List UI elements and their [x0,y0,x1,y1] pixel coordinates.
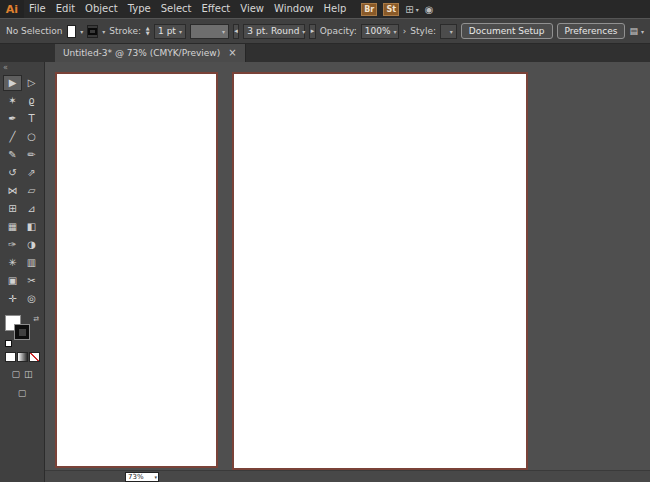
opacity-value: 100% [365,26,391,36]
stock-button[interactable]: St [383,3,399,16]
menu-item-edit[interactable]: Edit [51,0,80,18]
share-icon: ◉ [425,4,434,15]
type-tool[interactable]: T [22,111,41,127]
color-mode-buttons [0,352,44,362]
stroke-weight-dropdown[interactable]: 1 pt ▾ [154,24,186,39]
chevron-down-icon: ▾ [393,28,396,35]
stroke-weight-stepper[interactable]: ▲ ▼ [145,24,150,39]
magic-wand-tool[interactable]: ✶ [3,93,22,109]
blend-tool[interactable]: ◑ [22,237,41,253]
rotate-tool[interactable]: ↺ [3,165,22,181]
menu-item-window[interactable]: Window [269,0,318,18]
share-button[interactable]: ◉ [425,4,434,15]
preferences-button[interactable]: Preferences [557,23,626,39]
menu-item-help[interactable]: Help [318,0,351,18]
chevron-down-icon: ▾ [179,28,182,35]
variable-width-dropdown[interactable]: ▾ [190,24,229,39]
menu-item-select[interactable]: Select [156,0,197,18]
chevron-down-icon: ▾ [222,28,225,35]
selection-tool[interactable]: ▶ [3,75,22,91]
mesh-tool[interactable]: ▦ [3,219,22,235]
step-down-icon[interactable]: ▼ [146,31,150,36]
chevron-down-icon: ▾ [416,6,419,13]
bridge-button[interactable]: Br [361,3,377,16]
document-title: Untitled-3* @ 73% (CMYK/Preview) [63,48,220,58]
free-transform-tool[interactable]: ▱ [22,183,41,199]
stroke-swatch-hole [19,329,26,336]
stroke-label: Stroke: [109,26,141,36]
stroke-weight-value: 1 pt [158,26,176,36]
fill-color-swatch[interactable] [67,25,77,38]
document-setup-button[interactable]: Document Setup [461,23,553,39]
chevron-down-icon: ▾ [154,473,158,481]
line-segment-tool[interactable]: ╱ [3,129,22,145]
style-dropdown[interactable]: ▾ [440,24,457,39]
document-tab-bar: Untitled-3* @ 73% (CMYK/Preview) × [0,44,650,62]
menu-item-view[interactable]: View [235,0,269,18]
artboard-2[interactable] [232,72,528,470]
gradient-tool[interactable]: ◧ [22,219,41,235]
stroke-dropdown-icon[interactable]: ▾ [102,28,105,35]
stroke-color-swatch[interactable] [87,25,98,38]
color-button[interactable] [5,352,16,362]
menu-item-file[interactable]: File [24,0,51,18]
stroke-swatch[interactable] [14,324,30,340]
brush-next-button[interactable]: ▸ [309,24,315,39]
control-panel-menu[interactable]: ▤ ▾ [629,26,644,36]
default-fill-stroke-icon[interactable] [5,340,12,347]
shape-builder-tool[interactable]: ⊞ [3,201,22,217]
opacity-panel-chevron[interactable]: › [403,26,407,36]
column-graph-tool[interactable]: ▥ [22,255,41,271]
eyedropper-tool[interactable]: ✑ [3,237,22,253]
collapse-panel-button[interactable]: « [0,62,44,73]
zoom-value: 73% [128,473,144,481]
opacity-dropdown[interactable]: 100% ▾ [361,24,399,39]
perspective-grid-tool[interactable]: ⊿ [22,201,41,217]
opacity-label: Opacity: [320,26,357,36]
brush-definition-value: 3 pt. Round [247,26,299,36]
lasso-tool[interactable]: ϱ [22,93,41,109]
zoom-field[interactable]: 73% ▾ [125,472,159,482]
artboard-1[interactable] [55,72,218,468]
chevron-down-icon: ▾ [450,28,453,35]
document-tab[interactable]: Untitled-3* @ 73% (CMYK/Preview) × [55,44,246,62]
canvas[interactable] [45,62,650,470]
fill-stroke-controls: ⇄ [5,315,39,347]
menu-bar: Ai File Edit Object Type Select Effect V… [0,0,650,18]
ellipse-tool[interactable]: ○ [22,129,41,145]
swap-fill-stroke-icon[interactable]: ⇄ [33,315,39,323]
symbol-sprayer-tool[interactable]: ✳ [3,255,22,271]
drawing-mode-buttons: ▢ ◫ [0,369,44,379]
zoom-tool[interactable]: ◎ [22,291,41,307]
status-bar: 73% ▾ [45,470,650,482]
paintbrush-tool[interactable]: ✎ [3,147,22,163]
tools-panel: « ▶ ▷ ✶ ϱ ✒ T ╱ ○ ✎ ✏ ↺ ⇗ ⋈ ▱ ⊞ ⊿ ▦ ◧ ✑ … [0,62,45,482]
gradient-button[interactable] [17,352,28,362]
brush-prev-button[interactable]: ◂ [233,24,239,39]
none-button[interactable] [29,352,40,362]
hand-tool[interactable]: ✛ [3,291,22,307]
change-screen-mode-button[interactable]: ▢ [0,388,44,398]
menu-item-effect[interactable]: Effect [197,0,236,18]
draw-inside-icon[interactable]: ◫ [24,369,33,379]
direct-selection-tool[interactable]: ▷ [22,75,41,91]
selection-status: No Selection [6,26,63,36]
app-logo: Ai [0,0,24,18]
tools-grid: ▶ ▷ ✶ ϱ ✒ T ╱ ○ ✎ ✏ ↺ ⇗ ⋈ ▱ ⊞ ⊿ ▦ ◧ ✑ ◑ … [0,75,44,307]
scale-tool[interactable]: ⇗ [22,165,41,181]
slice-tool[interactable]: ✂ [22,273,41,289]
pen-tool[interactable]: ✒ [3,111,22,127]
workspace-grid-icon: ⊞ [405,4,413,15]
panel-stack-icon: ▤ [629,26,638,36]
close-tab-icon[interactable]: × [228,48,236,58]
menu-item-type[interactable]: Type [123,0,156,18]
control-bar: No Selection ▾ ▾ Stroke: ▲ ▼ 1 pt ▾ ▾ ◂ … [0,18,650,44]
fill-dropdown-icon[interactable]: ▾ [80,28,83,35]
draw-normal-icon[interactable]: ▢ [11,369,20,379]
artboard-tool[interactable]: ▣ [3,273,22,289]
menu-item-object[interactable]: Object [80,0,123,18]
brush-definition-dropdown[interactable]: 3 pt. Round ▾ [243,24,305,39]
pencil-tool[interactable]: ✏ [22,147,41,163]
workspace-switcher[interactable]: ⊞ ▾ [405,4,418,15]
width-tool[interactable]: ⋈ [3,183,22,199]
